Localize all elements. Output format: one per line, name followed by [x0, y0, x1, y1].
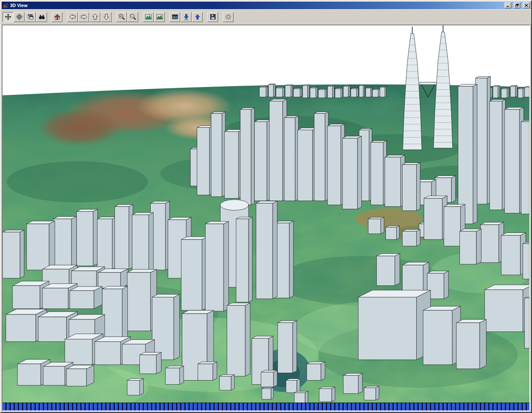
home-icon [54, 13, 61, 20]
terrain-icon [145, 13, 152, 20]
move-camera-icon [16, 13, 23, 20]
close-button[interactable] [523, 2, 530, 8]
render-progress-bar [2, 403, 530, 411]
toolbar-group-save [207, 12, 219, 22]
save-floppy-icon [209, 13, 216, 20]
search-binoculars-button[interactable] [36, 12, 47, 22]
arrow-down-icon [103, 13, 110, 20]
home-view-button[interactable] [52, 12, 62, 22]
move-up-button[interactable] [192, 12, 203, 22]
toolbar [1, 9, 531, 24]
navigate-left-button[interactable] [67, 12, 78, 22]
minimize-icon [506, 4, 510, 7]
arrow-right-icon [80, 13, 87, 20]
minimize-button[interactable] [505, 2, 511, 8]
app-window: 3D View [0, 0, 532, 413]
titlebar: 3D View [2, 2, 530, 9]
move-camera-button[interactable] [14, 12, 25, 22]
restore-button[interactable] [514, 2, 520, 8]
terrain-profile-icon [156, 13, 163, 20]
blue-arrow-up-icon [194, 13, 201, 20]
toolbar-group-home [52, 12, 63, 22]
toolbar-group-settings [223, 12, 234, 22]
pan-select-icon [5, 13, 12, 20]
terrain-preview-2-button[interactable] [154, 12, 165, 22]
arrow-up-icon [92, 13, 99, 20]
viewport-layout-icon [27, 13, 34, 20]
save-button[interactable] [207, 12, 218, 22]
render-settings-button[interactable] [223, 12, 234, 22]
restore-icon [515, 4, 519, 7]
client-area [2, 25, 530, 411]
toolbar-group-navigate [67, 12, 112, 22]
3d-scene[interactable] [2, 25, 530, 403]
pan-select-button[interactable] [2, 12, 13, 22]
blue-arrow-down-icon [183, 13, 190, 20]
navigate-up-button[interactable] [89, 12, 100, 22]
toolbar-group-terrain [143, 12, 165, 22]
close-icon [525, 4, 528, 7]
navigate-down-button[interactable] [101, 12, 112, 22]
zoom-in-button[interactable] [116, 12, 127, 22]
toolbar-group-tools [2, 12, 47, 22]
zoom-in-icon [118, 13, 125, 20]
terrain-preview-1-button[interactable] [143, 12, 154, 22]
viewport-layout-button[interactable] [25, 12, 36, 22]
binoculars-icon [38, 13, 45, 20]
layer-window-icon [172, 13, 179, 20]
zoom-out-icon [129, 13, 137, 20]
zoom-out-button[interactable] [127, 12, 138, 22]
toolbar-group-zoom [116, 12, 139, 22]
render-settings-icon [225, 13, 232, 20]
3d-viewport[interactable] [2, 25, 530, 403]
3d-scene-icon [2, 2, 8, 8]
move-down-button[interactable] [181, 12, 191, 22]
layer-window-button[interactable] [169, 12, 180, 22]
window-title: 3D View [10, 2, 502, 9]
arrow-left-icon [69, 13, 76, 20]
navigate-right-button[interactable] [78, 12, 89, 22]
toolbar-group-layers [169, 12, 203, 22]
